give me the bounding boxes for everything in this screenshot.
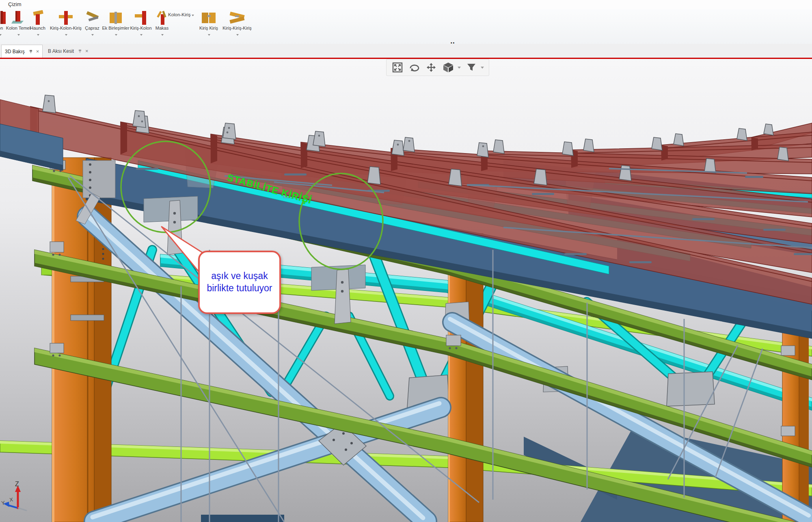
view-tab-bar: 3D Bakış × B Aksı Kesit ×: [0, 44, 812, 58]
truss-icon: [155, 10, 169, 26]
pin-icon[interactable]: [78, 49, 82, 53]
chevron-down-icon: [17, 34, 20, 36]
model-scene: Z X Y: [0, 59, 812, 522]
brace-icon: [85, 10, 99, 26]
app-window: Çizim lon Kolon Temel Haunch Kiriş-Kolon…: [0, 0, 812, 522]
chevron-down-icon[interactable]: [481, 67, 484, 69]
tab-3d-view[interactable]: 3D Bakış ×: [1, 45, 43, 58]
column-beam-connection: [83, 160, 115, 198]
menu-item-cizim[interactable]: Çizim: [8, 1, 22, 7]
beam-cross-icon: [229, 10, 245, 26]
pin-icon[interactable]: [29, 49, 33, 54]
model-viewport[interactable]: Z X Y STABİLİTE KİRİŞİ aşık ve kuşak bir…: [0, 59, 812, 522]
y-axis-arrow: [18, 508, 27, 511]
beam-column-icon: [134, 10, 148, 26]
chevron-down-icon: [115, 34, 117, 36]
z-axis-label: Z: [15, 481, 19, 487]
column-c-side: [799, 322, 809, 522]
close-icon[interactable]: ×: [85, 48, 89, 54]
y-axis-label: Y: [1, 500, 5, 506]
view-cube-icon[interactable]: [442, 61, 454, 74]
beam-column-beam-icon: [59, 10, 73, 26]
chevron-down-icon: [192, 15, 194, 16]
chevron-down-icon: [37, 34, 39, 36]
splice-joint-icon: [109, 10, 123, 26]
haunch-icon: [31, 10, 45, 26]
ribbon-button-kiris-kolon[interactable]: Kiriş-Kolon: [127, 10, 155, 43]
beam-hanger-plate: [335, 269, 351, 324]
callout-text-line2: birlikte tutuluyor: [207, 282, 272, 295]
chevron-down-icon: [65, 34, 67, 36]
callout-text-line1: aşık ve kuşak: [211, 270, 268, 282]
beam-beam-icon: [201, 10, 216, 26]
x-axis-label: X: [9, 496, 13, 503]
menu-bar: Çizim: [0, 0, 812, 9]
column-base-icon: [11, 10, 25, 26]
filter-icon[interactable]: [465, 61, 477, 74]
ribbon-button-kiris-kiris-kiris[interactable]: Kiriş-Kiriş-Kiriş: [216, 10, 258, 43]
view-toolbar: [386, 59, 489, 76]
close-icon[interactable]: ×: [36, 48, 39, 54]
far-beam-edge: [201, 515, 284, 522]
gusset-plate: [667, 372, 715, 406]
chevron-down-icon: [208, 34, 210, 36]
axis-gizmo: Z X Y: [1, 481, 27, 511]
chevron-down-icon[interactable]: [458, 67, 461, 69]
chevron-down-icon: [91, 34, 94, 36]
column-a-highlight: [52, 158, 54, 522]
fit-view-icon[interactable]: [391, 61, 404, 74]
chevron-down-icon: [161, 34, 164, 36]
tab-b-aksi-kesit[interactable]: B Aksı Kesit ×: [45, 45, 92, 57]
ribbon-button-ek-birlesimler[interactable]: Ek Birleşimler: [101, 10, 131, 43]
chevron-down-icon: [140, 34, 143, 36]
pan-view-icon[interactable]: [425, 61, 437, 74]
column-a-shelf-plate: [71, 315, 104, 321]
ribbon-group-dropdown[interactable]: Kolon-Kiriş: [168, 12, 194, 17]
chevron-down-icon: [0, 34, 2, 36]
rotate-view-icon[interactable]: [408, 61, 421, 74]
callout-bubble: aşık ve kuşak birlikte tutuluyor: [198, 251, 281, 314]
chevron-down-icon: [236, 34, 239, 36]
